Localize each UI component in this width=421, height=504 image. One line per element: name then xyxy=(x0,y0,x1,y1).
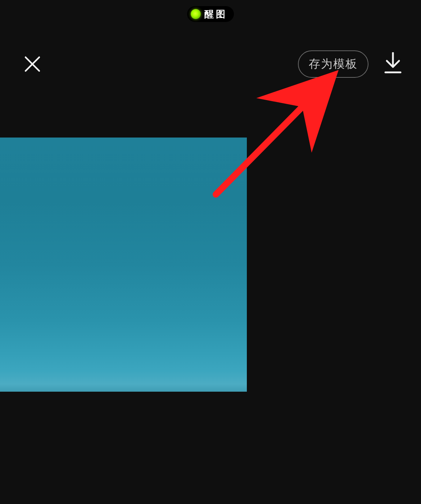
close-icon xyxy=(24,56,41,72)
save-as-template-button[interactable]: 存为模板 xyxy=(298,50,368,78)
editor-canvas[interactable] xyxy=(0,138,247,392)
editor-toolbar: 存为模板 xyxy=(0,50,421,78)
toolbar-right-actions: 存为模板 xyxy=(298,50,403,78)
download-button[interactable] xyxy=(383,52,403,76)
download-icon xyxy=(384,52,402,75)
brand-name: 醒图 xyxy=(203,8,227,21)
app-brand-pill: 醒图 xyxy=(187,6,234,22)
close-button[interactable] xyxy=(22,53,43,75)
brand-dot-icon xyxy=(191,9,201,19)
save-as-template-label: 存为模板 xyxy=(309,57,358,70)
